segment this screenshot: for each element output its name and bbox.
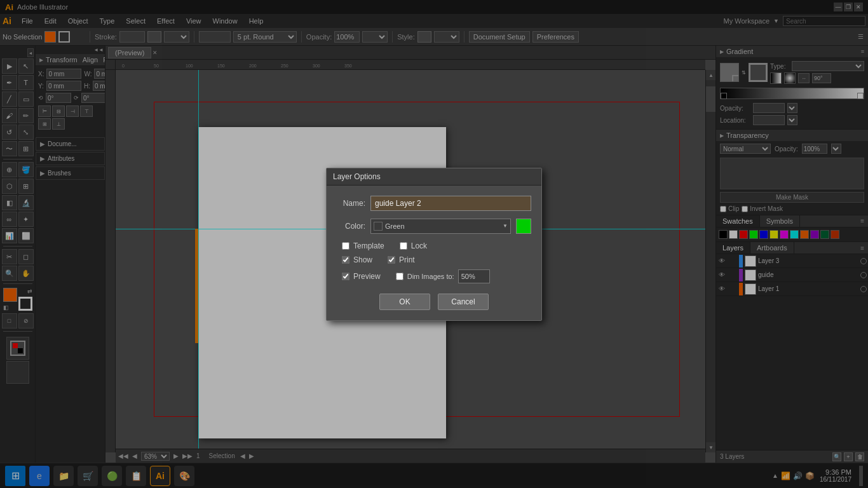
- dialog-name-row: Name:: [337, 196, 531, 211]
- modal-overlay: Layer Options Name: Color: Green ▼: [0, 0, 868, 488]
- show-checkbox-item: Show: [342, 255, 372, 264]
- preview-checkbox-item: Preview: [342, 272, 381, 281]
- color-select-arrow-icon: ▼: [503, 223, 508, 229]
- layer-name-input[interactable]: [370, 196, 531, 211]
- dim-checkbox[interactable]: [396, 273, 403, 280]
- layer-options-dialog: Layer Options Name: Color: Green ▼: [326, 168, 542, 321]
- ok-button[interactable]: OK: [379, 294, 430, 310]
- dialog-check-row-2: Show Print: [337, 255, 531, 264]
- template-checkbox[interactable]: [342, 242, 349, 250]
- dialog-check-row-3: Preview Dim Images to:: [337, 269, 531, 283]
- preview-label: Preview: [353, 272, 381, 281]
- color-preview-swatch[interactable]: [516, 219, 531, 234]
- dialog-name-label: Name:: [337, 199, 365, 208]
- print-checkbox-item: Print: [388, 255, 415, 264]
- color-dot: [374, 222, 383, 231]
- dim-row: Dim Images to:: [396, 269, 490, 283]
- preview-checkbox[interactable]: [342, 273, 349, 280]
- dialog-check-row-1: Template Lock: [337, 241, 531, 250]
- show-label: Show: [353, 255, 372, 264]
- cancel-button[interactable]: Cancel: [438, 294, 489, 310]
- color-select-text: Green: [385, 222, 500, 230]
- template-checkbox-item: Template: [342, 241, 384, 250]
- dialog-title: Layer Options: [333, 172, 381, 181]
- color-select-dropdown[interactable]: Green ▼: [370, 219, 511, 234]
- lock-label: Lock: [411, 241, 427, 250]
- dialog-color-row: Color: Green ▼: [337, 219, 531, 234]
- dialog-buttons: OK Cancel: [337, 294, 531, 310]
- dialog-titlebar: Layer Options: [327, 168, 541, 186]
- print-checkbox[interactable]: [388, 256, 395, 264]
- dim-input[interactable]: [458, 269, 490, 283]
- dialog-color-label: Color:: [337, 222, 365, 231]
- show-checkbox[interactable]: [342, 256, 349, 264]
- dialog-content: Name: Color: Green ▼ Template: [327, 186, 541, 320]
- print-label: Print: [399, 255, 415, 264]
- template-label: Template: [353, 241, 384, 250]
- lock-checkbox[interactable]: [400, 242, 407, 250]
- lock-checkbox-item: Lock: [400, 241, 427, 250]
- dim-label: Dim Images to:: [407, 273, 454, 280]
